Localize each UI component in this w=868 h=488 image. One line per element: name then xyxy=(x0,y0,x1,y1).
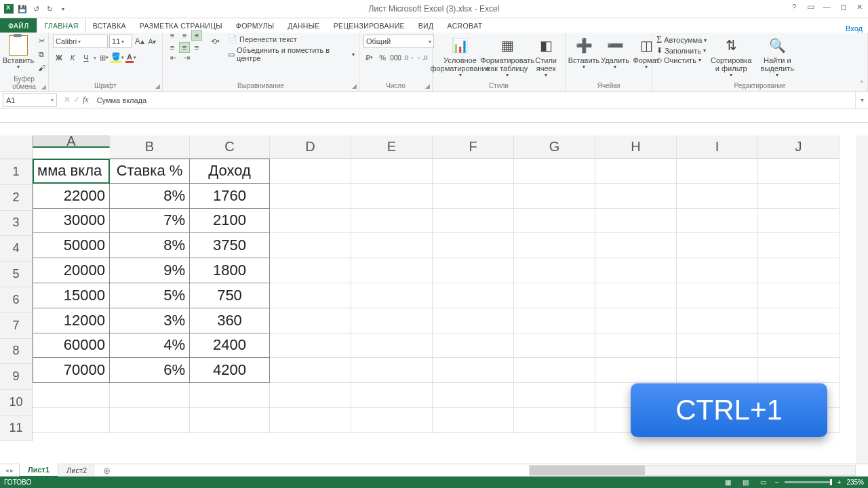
cell[interactable] xyxy=(270,159,351,184)
cell[interactable] xyxy=(514,283,595,308)
tab-formulas[interactable]: ФОРМУЛЫ xyxy=(229,18,281,33)
font-name-select[interactable]: Calibri▾ xyxy=(53,35,108,48)
cell[interactable] xyxy=(677,209,758,234)
cell[interactable] xyxy=(595,233,677,258)
cell[interactable] xyxy=(514,408,595,433)
minimize-icon[interactable]: ― xyxy=(819,1,834,12)
enter-icon[interactable]: ✓ xyxy=(73,95,80,105)
tab-view[interactable]: ВИД xyxy=(412,18,441,33)
cell[interactable] xyxy=(758,258,840,283)
cell[interactable] xyxy=(270,283,351,308)
cell[interactable] xyxy=(270,233,351,258)
cell[interactable] xyxy=(433,184,514,209)
cell[interactable] xyxy=(758,209,840,234)
cell[interactable]: 4% xyxy=(110,333,190,359)
tab-insert[interactable]: ВСТАВКА xyxy=(86,18,133,33)
cell[interactable] xyxy=(758,308,840,333)
qat-dropdown-icon[interactable]: ▾ xyxy=(57,3,69,15)
zoom-out-icon[interactable]: − xyxy=(775,479,779,486)
zoom-in-icon[interactable]: + xyxy=(837,479,842,486)
column-header[interactable]: E xyxy=(351,136,433,159)
italic-button[interactable]: К xyxy=(66,52,79,64)
cell[interactable] xyxy=(758,184,840,209)
select-all-button[interactable] xyxy=(0,136,33,159)
format-as-table-button[interactable]: ▦Форматировать как таблицу▾ xyxy=(486,35,528,80)
row-header[interactable]: 9 xyxy=(0,364,33,390)
cell[interactable] xyxy=(433,258,514,283)
cell[interactable]: Доход xyxy=(190,159,270,184)
cell[interactable] xyxy=(758,159,840,184)
save-icon[interactable]: 💾 xyxy=(16,3,28,15)
cell[interactable] xyxy=(351,258,433,283)
cell[interactable] xyxy=(270,209,351,234)
sign-in-link[interactable]: Вход xyxy=(846,24,863,33)
cell[interactable] xyxy=(433,283,514,308)
comma-icon[interactable]: 000 xyxy=(390,52,401,64)
zoom-slider[interactable] xyxy=(785,481,832,483)
align-bottom-icon[interactable]: ≡ xyxy=(191,30,202,41)
number-format-select[interactable]: Общий▾ xyxy=(363,35,434,48)
cell[interactable]: 750 xyxy=(190,283,270,308)
cell[interactable]: мма вкла xyxy=(33,159,110,184)
row-header[interactable]: 8 xyxy=(0,339,33,365)
cell[interactable] xyxy=(351,159,433,184)
cell[interactable] xyxy=(270,258,351,283)
cell[interactable]: 9% xyxy=(110,258,190,283)
paste-button[interactable]: Вставить ▾ xyxy=(4,35,33,72)
column-header[interactable]: J xyxy=(758,136,840,159)
row-header[interactable]: 10 xyxy=(0,390,33,415)
row-header[interactable]: 5 xyxy=(0,262,33,287)
cell[interactable]: 5% xyxy=(110,283,190,308)
cell[interactable] xyxy=(514,209,595,234)
cancel-icon[interactable]: ✕ xyxy=(64,95,71,105)
cell-styles-button[interactable]: ◧Стили ячеек▾ xyxy=(531,35,561,80)
column-header[interactable]: I xyxy=(677,136,758,159)
ribbon-options-icon[interactable]: ▭ xyxy=(803,1,818,12)
cell[interactable] xyxy=(433,408,514,433)
autosum-button[interactable]: ΣАвтосумма▾ xyxy=(656,35,707,45)
cell[interactable] xyxy=(351,283,433,308)
next-sheet-icon[interactable]: ▸ xyxy=(10,467,14,474)
column-header[interactable]: B xyxy=(110,136,190,159)
cell[interactable]: 7% xyxy=(110,209,190,234)
increase-indent-icon[interactable]: ⇥ xyxy=(180,52,193,64)
cell[interactable] xyxy=(351,408,433,433)
cell[interactable]: 50000 xyxy=(33,233,110,258)
increase-font-icon[interactable]: A▴ xyxy=(134,35,145,47)
copy-icon[interactable]: ⧉ xyxy=(35,48,47,60)
percent-icon[interactable]: % xyxy=(376,52,388,64)
sheet-tab[interactable]: Лист2 xyxy=(58,464,96,477)
cell[interactable] xyxy=(270,184,351,209)
maximize-icon[interactable]: ◻ xyxy=(835,1,850,12)
cell[interactable] xyxy=(514,333,595,359)
prev-sheet-icon[interactable]: ◂ xyxy=(5,467,9,474)
cell[interactable]: 2100 xyxy=(190,209,270,234)
cell[interactable] xyxy=(270,408,351,433)
cell[interactable]: 6% xyxy=(110,358,190,383)
cell[interactable]: 1800 xyxy=(190,258,270,283)
cell[interactable] xyxy=(351,333,433,359)
cell[interactable] xyxy=(758,358,840,383)
cell[interactable] xyxy=(758,283,840,308)
cell[interactable] xyxy=(677,159,758,184)
cell[interactable]: 20000 xyxy=(33,258,110,283)
cell[interactable] xyxy=(677,333,758,359)
cell[interactable] xyxy=(677,308,758,333)
find-select-button[interactable]: 🔍Найти и выделить▾ xyxy=(755,35,799,80)
cell[interactable] xyxy=(433,233,514,258)
undo-icon[interactable]: ↺ xyxy=(30,3,42,15)
expand-formula-bar-icon[interactable]: ▾ xyxy=(855,92,868,108)
column-header[interactable]: H xyxy=(595,136,677,159)
font-size-select[interactable]: 11▾ xyxy=(109,35,132,48)
cell[interactable] xyxy=(351,233,433,258)
row-header[interactable]: 7 xyxy=(0,313,33,339)
cell[interactable]: Ставка % xyxy=(110,159,190,184)
column-header[interactable]: G xyxy=(514,136,595,159)
cell[interactable] xyxy=(351,358,433,383)
tab-data[interactable]: ДАННЫЕ xyxy=(281,18,326,33)
new-sheet-button[interactable]: ⊕ xyxy=(95,464,119,476)
cell[interactable] xyxy=(351,383,433,408)
cell[interactable]: 4200 xyxy=(190,358,270,383)
cell[interactable] xyxy=(595,283,677,308)
sheet-tab[interactable]: Лист1 xyxy=(19,464,58,477)
